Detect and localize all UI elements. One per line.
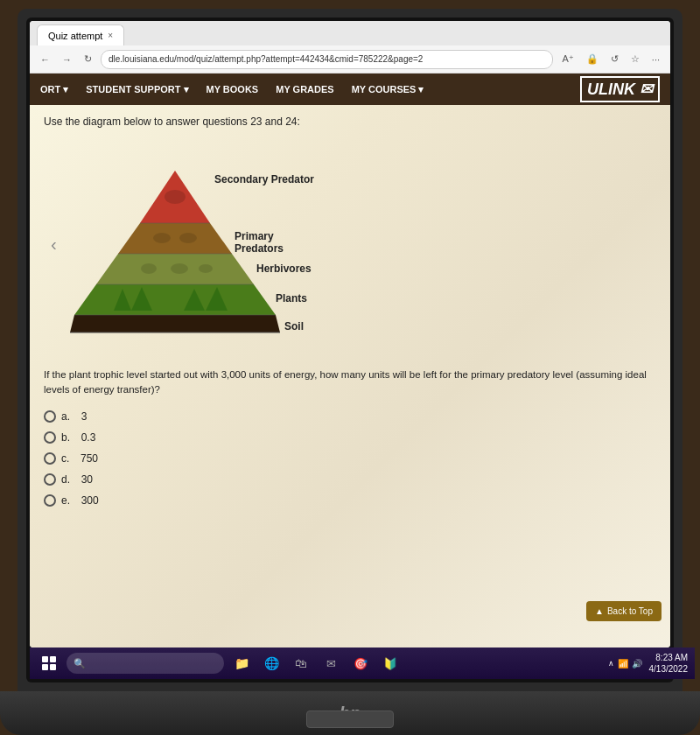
label-soil: Soil xyxy=(284,320,304,332)
start-button[interactable] xyxy=(37,651,61,676)
tab-title: Quiz attempt xyxy=(48,31,102,41)
answer-e-label: e. xyxy=(61,494,76,507)
url-input[interactable] xyxy=(101,50,553,69)
question-text: If the plant trophic level started out w… xyxy=(44,368,656,398)
nav-my-courses[interactable]: MY COURSES ▾ xyxy=(352,84,424,95)
laptop-shell: Quiz attempt × ← → ↻ A⁺ 🔒 ↺ ☆ ··· ORT ▾ xyxy=(18,9,682,691)
nav-bar: ORT ▾ STUDENT SUPPORT ▾ MY BOOKS MY GRAD… xyxy=(30,74,670,105)
more-button[interactable]: ··· xyxy=(648,52,663,66)
svg-point-15 xyxy=(199,264,213,273)
shield-icon: 🔰 xyxy=(383,657,397,670)
svg-marker-0 xyxy=(70,315,280,332)
answer-e-value: 300 xyxy=(81,494,99,507)
taskbar-right: ∧ 📶 🔊 8:23 AM 4/13/2022 xyxy=(608,652,689,675)
radio-e[interactable] xyxy=(44,494,56,507)
answer-d-value: 30 xyxy=(81,473,93,486)
answer-choices: a. 3 b. 0.3 c. 750 xyxy=(44,410,656,507)
mail-icon: ✉ xyxy=(326,657,336,670)
reload-button[interactable]: ↻ xyxy=(80,52,95,66)
tray-volume-icon: 🔊 xyxy=(632,659,642,668)
back-to-top-button[interactable]: ▲ Back to Top xyxy=(586,601,662,621)
nav-ort[interactable]: ORT ▾ xyxy=(40,84,68,95)
taskbar-browser[interactable]: 🌐 xyxy=(259,651,284,676)
files-icon: 📁 xyxy=(234,656,249,670)
label-herbivores: Herbivores xyxy=(256,262,312,275)
tray-up-icon: ∧ xyxy=(608,659,614,668)
clock-time: 8:23 AM xyxy=(649,652,689,663)
search-icon: 🔍 xyxy=(74,658,86,669)
taskbar-store[interactable]: 🛍 xyxy=(289,651,313,676)
answer-b-label: b. xyxy=(61,431,76,444)
left-arrow-icon: › xyxy=(51,237,57,257)
pyramid-container: Secondary Predator Primary Predators Her… xyxy=(44,140,656,354)
trackpad[interactable] xyxy=(306,710,394,728)
clock-date: 4/13/2022 xyxy=(649,663,689,675)
taskbar-app5[interactable]: 🎯 xyxy=(348,651,373,676)
back-to-top-arrow: ▲ xyxy=(595,606,604,616)
taskbar-files[interactable]: 📁 xyxy=(229,651,254,676)
forward-button[interactable]: → xyxy=(59,52,75,66)
question-intro: Use the diagram below to answer question… xyxy=(44,116,656,128)
answer-d-label: d. xyxy=(61,473,76,486)
svg-point-12 xyxy=(179,233,197,243)
label-plants: Plants xyxy=(276,292,307,304)
nav-student-support[interactable]: STUDENT SUPPORT ▾ xyxy=(86,84,188,95)
answer-c-label: c. xyxy=(61,452,75,465)
answer-a[interactable]: a. 3 xyxy=(44,410,656,423)
answer-a-value: 3 xyxy=(81,410,88,423)
label-secondary-predator: Secondary Predator xyxy=(214,173,314,186)
tab-close-button[interactable]: × xyxy=(108,31,113,40)
store-icon: 🛍 xyxy=(295,656,307,670)
svg-point-14 xyxy=(171,263,188,274)
radio-a[interactable] xyxy=(44,410,56,423)
svg-point-11 xyxy=(153,233,171,243)
svg-marker-3 xyxy=(118,223,232,254)
radio-b[interactable] xyxy=(44,431,56,444)
radio-d[interactable] xyxy=(44,473,56,486)
svg-point-10 xyxy=(164,190,186,204)
back-to-top-label: Back to Top xyxy=(607,606,653,616)
browser-tab[interactable]: Quiz attempt × xyxy=(37,24,124,46)
answer-c[interactable]: c. 750 xyxy=(44,452,656,465)
browser-window: Quiz attempt × ← → ↻ A⁺ 🔒 ↺ ☆ ··· ORT ▾ xyxy=(30,21,670,648)
taskbar-search[interactable]: 🔍 xyxy=(66,653,224,674)
ulink-logo[interactable]: ULINK ✉ xyxy=(580,76,660,102)
security-button[interactable]: 🔒 xyxy=(583,52,602,66)
taskbar: 🔍 📁 🌐 🛍 ✉ 🎯 🔰 ∧ 📶 xyxy=(30,648,695,679)
refresh-icon[interactable]: ↺ xyxy=(607,52,622,66)
windows-icon xyxy=(42,656,56,670)
svg-marker-1 xyxy=(74,284,276,315)
app5-icon: 🎯 xyxy=(354,657,368,670)
tab-bar: Quiz attempt × xyxy=(30,21,670,46)
answer-a-label: a. xyxy=(61,410,76,423)
answer-c-value: 750 xyxy=(80,452,98,465)
answer-e[interactable]: e. 300 xyxy=(44,494,656,507)
answer-b[interactable]: b. 0.3 xyxy=(44,431,656,444)
screen-bezel: Quiz attempt × ← → ↻ A⁺ 🔒 ↺ ☆ ··· ORT ▾ xyxy=(26,18,674,682)
label-primary-predators: Primary Predators xyxy=(234,230,315,255)
nav-my-books[interactable]: MY BOOKS xyxy=(206,84,259,94)
browser-icon: 🌐 xyxy=(264,656,279,670)
answer-b-value: 0.3 xyxy=(81,431,96,444)
system-tray: ∧ 📶 🔊 xyxy=(608,659,642,668)
radio-c[interactable] xyxy=(44,452,56,465)
read-aloud-button[interactable]: A⁺ xyxy=(558,52,577,66)
tray-network-icon: 📶 xyxy=(618,659,628,668)
taskbar-shield[interactable]: 🔰 xyxy=(378,651,402,676)
taskbar-mail[interactable]: ✉ xyxy=(318,651,343,676)
favorites-icon[interactable]: ☆ xyxy=(627,52,643,66)
back-button[interactable]: ← xyxy=(37,52,53,66)
answer-d[interactable]: d. 30 xyxy=(44,473,656,486)
svg-point-13 xyxy=(141,263,157,274)
nav-my-grades[interactable]: MY GRADES xyxy=(276,84,333,94)
laptop-base: hp xyxy=(0,691,700,735)
address-bar: ← → ↻ A⁺ 🔒 ↺ ☆ ··· xyxy=(30,46,670,74)
system-clock: 8:23 AM 4/13/2022 xyxy=(649,652,689,675)
pyramid-diagram: Secondary Predator Primary Predators Her… xyxy=(44,140,315,354)
main-content: Use the diagram below to answer question… xyxy=(30,105,670,648)
